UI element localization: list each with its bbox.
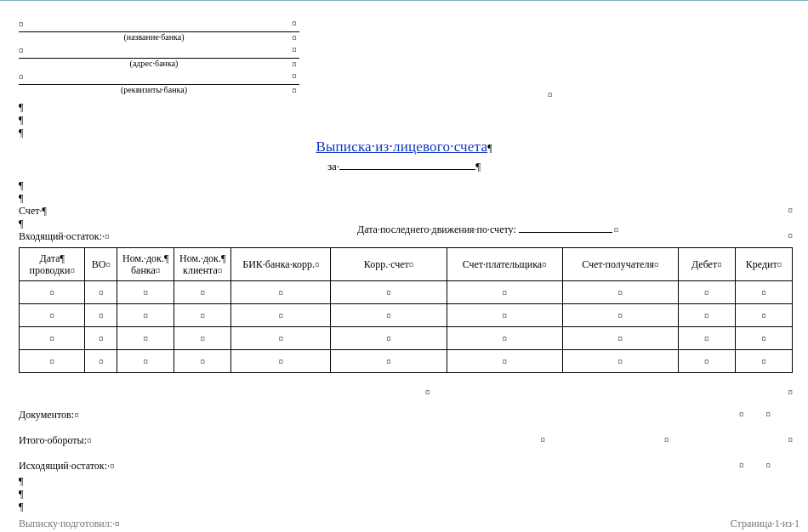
table-row: ¤¤¤¤¤¤¤¤¤¤	[20, 304, 793, 327]
row-end-mark: ¤	[289, 32, 299, 45]
cell[interactable]: ¤	[447, 304, 562, 327]
cell[interactable]: ¤	[117, 350, 174, 373]
cell[interactable]: ¤	[562, 304, 678, 327]
cell[interactable]: ¤	[20, 281, 85, 304]
title-link[interactable]: Выписка·из·лицевого·счета	[316, 139, 487, 155]
col-header-6: Счет·плательщика¤	[447, 248, 562, 281]
cell[interactable]: ¤	[231, 327, 331, 350]
page: ¤ ¤ (название·банка) ¤ ¤ ¤ (адрес·банка)…	[0, 0, 808, 532]
cell[interactable]: ¤	[735, 281, 792, 304]
col-header-5: Корр.·счет¤	[331, 248, 447, 281]
col-header-9: Кредит¤	[735, 248, 792, 281]
cell[interactable]: ¤	[562, 281, 678, 304]
cell[interactable]: ¤	[174, 304, 231, 327]
cell[interactable]: ¤	[735, 350, 792, 373]
page-number-text: Страница·1·из·1	[731, 518, 799, 529]
bank-info-table: ¤ ¤ (название·банка) ¤ ¤ ¤ (адрес·банка)…	[19, 18, 299, 97]
row-end-mark: ¤	[289, 71, 299, 85]
title-za-label: за·	[327, 160, 339, 173]
account-label: Счет·	[19, 205, 42, 217]
table-row: ¤¤¤¤¤¤¤¤¤¤	[20, 281, 793, 304]
main-table-wrap: Дата¶проводки¤ВО¤Ном.·док.¶банка¤Ном.·до…	[19, 247, 793, 373]
incoming-balance-row: Входящий·остаток:·¤	[19, 230, 110, 243]
cell[interactable]: ¤	[231, 304, 331, 327]
title-date-underline[interactable]	[339, 159, 475, 170]
bank-req-field[interactable]: ¤	[19, 71, 289, 85]
bank-name-field[interactable]: ¤	[19, 18, 289, 32]
transactions-table: Дата¶проводки¤ВО¤Ном.·док.¶банка¤Ном.·до…	[19, 247, 793, 373]
cell[interactable]: ¤	[20, 327, 85, 350]
empty-para: ¶	[19, 192, 23, 205]
last-movement-underline[interactable]	[519, 222, 612, 233]
cell[interactable]: ¤	[562, 350, 678, 373]
outgoing-end-marks: ¤¤	[739, 460, 793, 470]
cell[interactable]: ¤	[331, 304, 447, 327]
bank-addr-caption: (адрес·банка)	[19, 59, 289, 71]
incoming-balance-label: Входящий·остаток:·	[19, 230, 105, 242]
cell[interactable]: ¤	[117, 281, 174, 304]
cell[interactable]: ¤	[174, 327, 231, 350]
bank-name-caption: (название·банка)	[19, 32, 289, 45]
row-end-mark: ¤	[289, 59, 299, 71]
last-movement-row: Дата·последнего·движения·по·счету: ¤	[357, 222, 618, 236]
cell[interactable]: ¤	[174, 350, 231, 373]
bank-req-caption: (реквизиты·банка)	[19, 85, 289, 98]
cell[interactable]: ¤	[85, 350, 117, 373]
cell[interactable]: ¤	[678, 304, 735, 327]
last-movement-label: Дата·последнего·движения·по·счету:	[357, 224, 516, 235]
col-header-1: ВО¤	[85, 248, 117, 281]
documents-end-marks: ¤¤	[739, 409, 793, 419]
documents-row: Документов:¤	[19, 409, 79, 422]
table-row: ¤¤¤¤¤¤¤¤¤¤	[20, 327, 793, 350]
cell[interactable]: ¤	[20, 304, 85, 327]
empty-para: ¶	[19, 179, 23, 192]
col-header-0: Дата¶проводки¤	[20, 248, 85, 281]
cell[interactable]: ¤	[331, 350, 447, 373]
cell[interactable]: ¤	[447, 327, 562, 350]
title-block: Выписка·из·лицевого·счета¶ за·¶	[0, 139, 808, 173]
cell[interactable]: ¤	[231, 350, 331, 373]
empty-paragraphs: ¶ ¶ ¶	[19, 101, 23, 139]
table-row: ¤¤¤¤¤¤¤¤¤¤	[20, 350, 793, 373]
cell[interactable]: ¤	[735, 327, 792, 350]
cell[interactable]: ¤	[85, 281, 117, 304]
cell[interactable]: ¤	[117, 304, 174, 327]
cell[interactable]: ¤	[447, 281, 562, 304]
cell[interactable]: ¤	[85, 304, 117, 327]
cell[interactable]: ¤	[562, 327, 678, 350]
cell[interactable]: ¤	[735, 304, 792, 327]
turnover-end-marks: ¤¤¤	[481, 434, 794, 444]
cell[interactable]: ¤	[174, 281, 231, 304]
stray-mark: ¤	[425, 387, 430, 397]
stray-mark: ¤	[548, 89, 553, 99]
row-end-mark: ¤	[788, 387, 794, 397]
col-header-3: Ном.·док.¶клиента¤	[174, 248, 231, 281]
header-row: Дата¶проводки¤ВО¤Ном.·док.¶банка¤Ном.·до…	[20, 248, 793, 281]
prepared-by-label: Выписку·подготовил:·	[19, 518, 115, 529]
cell[interactable]: ¤	[678, 327, 735, 350]
cell[interactable]: ¤	[231, 281, 331, 304]
page-number: Страница·1·из·1	[731, 518, 799, 530]
prepared-by-row: Выписку·подготовил:·¤	[19, 518, 120, 530]
col-header-8: Дебет¤	[678, 248, 735, 281]
cell[interactable]: ¤	[678, 281, 735, 304]
turnover-row: Итого·обороты:¤	[19, 434, 91, 447]
row-end-mark: ¤	[289, 18, 299, 32]
row-end-mark: ¤	[788, 230, 794, 241]
bank-addr-field[interactable]: ¤	[19, 44, 289, 59]
empty-para: ¶	[19, 218, 23, 230]
cell[interactable]: ¤	[447, 350, 562, 373]
cell[interactable]: ¤	[20, 350, 85, 373]
cell[interactable]: ¤	[331, 327, 447, 350]
cell[interactable]: ¤	[117, 327, 174, 350]
cell[interactable]: ¤	[85, 327, 117, 350]
cell[interactable]: ¤	[331, 281, 447, 304]
table-body: ¤¤¤¤¤¤¤¤¤¤¤¤¤¤¤¤¤¤¤¤¤¤¤¤¤¤¤¤¤¤¤¤¤¤¤¤¤¤¤¤	[20, 281, 793, 373]
cell[interactable]: ¤	[678, 350, 735, 373]
title-para-mark: ¶	[487, 142, 492, 154]
title-date-row: за·¶	[0, 159, 808, 173]
documents-label: Документов:	[19, 409, 74, 421]
row-end-mark: ¤	[788, 205, 794, 215]
account-row: Счет·¶	[19, 205, 47, 218]
row-end-mark: ¤	[289, 44, 299, 59]
